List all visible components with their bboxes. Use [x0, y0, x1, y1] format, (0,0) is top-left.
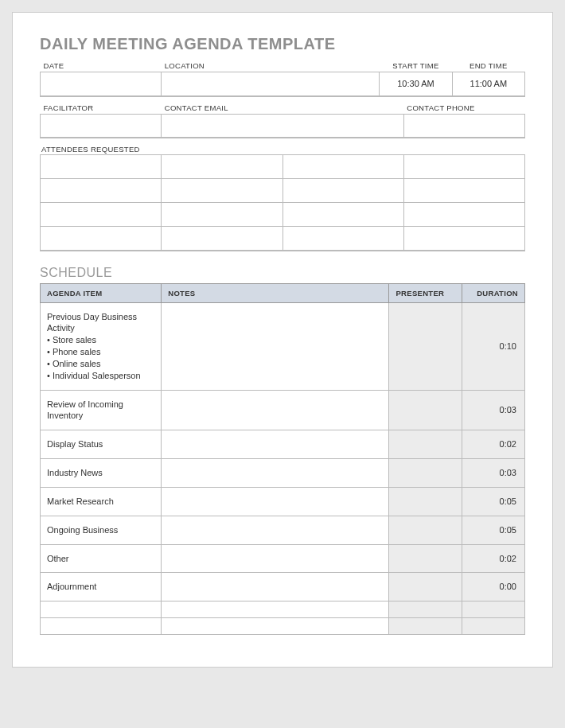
- agenda-item-cell[interactable]: Review of Incoming Inventory: [41, 390, 162, 430]
- attendee-cell[interactable]: [403, 203, 524, 227]
- agenda-item-cell[interactable]: Display Status: [41, 430, 162, 459]
- schedule-heading: SCHEDULE: [40, 266, 525, 280]
- attendees-grid: [40, 154, 525, 251]
- presenter-cell[interactable]: [389, 618, 462, 635]
- start-time-header: START TIME: [380, 60, 452, 72]
- meeting-time-table: DATE LOCATION START TIME END TIME 10:30 …: [40, 60, 525, 97]
- agenda-item-cell[interactable]: Adjournment: [41, 573, 162, 601]
- phone-cell[interactable]: [403, 114, 524, 138]
- schedule-row: Industry News0:03: [41, 459, 525, 488]
- presenter-cell[interactable]: [389, 390, 462, 430]
- facilitator-header: FACILITATOR: [41, 102, 162, 115]
- schedule-row: Ongoing Business0:05: [41, 516, 525, 544]
- notes-cell[interactable]: [162, 601, 389, 618]
- date-cell[interactable]: [41, 72, 162, 96]
- duration-header: DURATION: [462, 283, 524, 302]
- notes-cell[interactable]: [162, 390, 389, 430]
- contact-table: FACILITATOR CONTACT EMAIL CONTACT PHONE: [40, 102, 525, 139]
- duration-cell[interactable]: 0:03: [462, 459, 524, 488]
- presenter-cell[interactable]: [389, 544, 462, 573]
- presenter-cell[interactable]: [389, 573, 462, 601]
- attendee-cell[interactable]: [162, 155, 282, 179]
- document-page: DAILY MEETING AGENDA TEMPLATE DATE LOCAT…: [12, 12, 553, 668]
- duration-cell[interactable]: [462, 618, 524, 635]
- facilitator-cell[interactable]: [41, 114, 162, 138]
- schedule-row: Previous Day Business ActivityStore sale…: [41, 302, 525, 390]
- notes-cell[interactable]: [162, 459, 389, 488]
- email-header: CONTACT EMAIL: [162, 102, 404, 115]
- attendee-cell[interactable]: [403, 155, 524, 179]
- duration-cell[interactable]: 0:10: [462, 302, 524, 390]
- presenter-header: PRESENTER: [389, 283, 462, 302]
- agenda-item-cell[interactable]: Previous Day Business ActivityStore sale…: [41, 302, 162, 390]
- duration-cell[interactable]: 0:05: [462, 516, 524, 544]
- duration-cell[interactable]: 0:02: [462, 544, 524, 573]
- email-cell[interactable]: [162, 114, 404, 138]
- presenter-cell[interactable]: [389, 459, 462, 488]
- attendee-cell[interactable]: [41, 155, 162, 179]
- notes-cell[interactable]: [162, 430, 389, 459]
- duration-cell[interactable]: 0:02: [462, 430, 524, 459]
- attendee-cell[interactable]: [162, 227, 282, 251]
- start-time-cell[interactable]: 10:30 AM: [380, 72, 452, 96]
- notes-cell[interactable]: [162, 573, 389, 601]
- agenda-item-header: AGENDA ITEM: [41, 283, 162, 302]
- attendee-cell[interactable]: [41, 203, 162, 227]
- schedule-row: Other0:02: [41, 544, 525, 573]
- attendee-cell[interactable]: [282, 155, 403, 179]
- agenda-item-cell[interactable]: Ongoing Business: [41, 516, 162, 544]
- notes-header: NOTES: [162, 283, 389, 302]
- attendees-label: ATTENDEES REQUESTED: [41, 145, 525, 154]
- duration-cell[interactable]: [462, 601, 524, 618]
- attendee-cell[interactable]: [162, 179, 282, 203]
- schedule-row: [41, 601, 525, 618]
- schedule-row: Market Research0:05: [41, 487, 525, 516]
- location-cell[interactable]: [162, 72, 380, 96]
- agenda-item-cell[interactable]: Market Research: [41, 487, 162, 516]
- attendee-cell[interactable]: [41, 179, 162, 203]
- presenter-cell[interactable]: [389, 430, 462, 459]
- end-time-cell[interactable]: 11:00 AM: [452, 72, 524, 96]
- attendee-cell[interactable]: [282, 227, 403, 251]
- notes-cell[interactable]: [162, 618, 389, 635]
- duration-cell[interactable]: 0:00: [462, 573, 524, 601]
- phone-header: CONTACT PHONE: [403, 102, 524, 115]
- schedule-table: AGENDA ITEM NOTES PRESENTER DURATION Pre…: [40, 283, 525, 636]
- notes-cell[interactable]: [162, 487, 389, 516]
- presenter-cell[interactable]: [389, 516, 462, 544]
- attendee-cell[interactable]: [403, 227, 524, 251]
- attendee-cell[interactable]: [41, 227, 162, 251]
- page-title: DAILY MEETING AGENDA TEMPLATE: [40, 35, 525, 53]
- schedule-row: Adjournment0:00: [41, 573, 525, 601]
- schedule-row: [41, 618, 525, 635]
- attendee-cell[interactable]: [162, 203, 282, 227]
- date-header: DATE: [41, 60, 162, 72]
- presenter-cell[interactable]: [389, 601, 462, 618]
- schedule-row: Review of Incoming Inventory0:03: [41, 390, 525, 430]
- notes-cell[interactable]: [162, 516, 389, 544]
- attendee-cell[interactable]: [403, 179, 524, 203]
- attendee-cell[interactable]: [282, 179, 403, 203]
- agenda-item-cell[interactable]: Industry News: [41, 459, 162, 488]
- agenda-item-cell[interactable]: [41, 618, 162, 635]
- notes-cell[interactable]: [162, 302, 389, 390]
- notes-cell[interactable]: [162, 544, 389, 573]
- location-header: LOCATION: [162, 60, 380, 72]
- agenda-item-cell[interactable]: Other: [41, 544, 162, 573]
- duration-cell[interactable]: 0:03: [462, 390, 524, 430]
- presenter-cell[interactable]: [389, 302, 462, 390]
- duration-cell[interactable]: 0:05: [462, 487, 524, 516]
- schedule-row: Display Status0:02: [41, 430, 525, 459]
- end-time-header: END TIME: [452, 60, 524, 72]
- presenter-cell[interactable]: [389, 487, 462, 516]
- attendee-cell[interactable]: [282, 203, 403, 227]
- agenda-item-cell[interactable]: [41, 601, 162, 618]
